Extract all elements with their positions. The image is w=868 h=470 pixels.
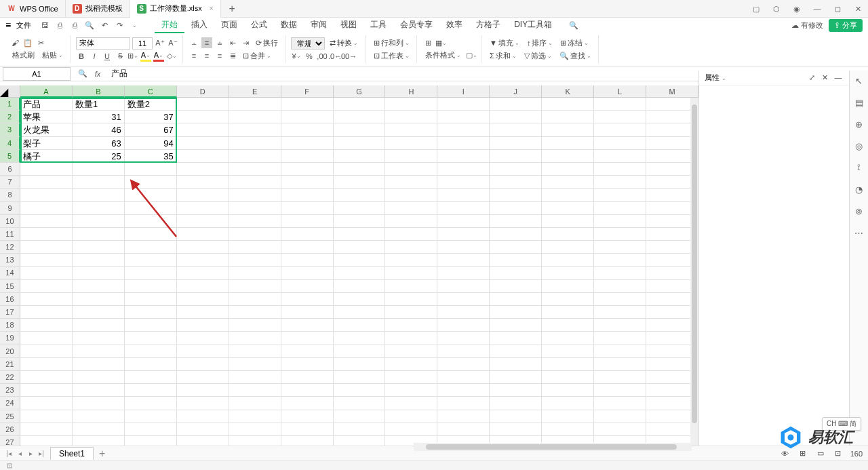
cell[interactable]: [385, 228, 437, 241]
print-icon[interactable]: ⎙: [68, 19, 81, 31]
find-button[interactable]: 🔍 查找⌄: [557, 50, 594, 62]
more-tool-icon[interactable]: ⋯: [853, 227, 865, 239]
cell[interactable]: [177, 423, 229, 436]
copy-icon[interactable]: 📋: [22, 37, 33, 48]
cell[interactable]: [385, 215, 437, 228]
tab-data[interactable]: 数据: [274, 18, 304, 33]
cell[interactable]: [229, 150, 281, 163]
fx-icon[interactable]: fx: [92, 68, 103, 79]
row-header[interactable]: 5: [0, 150, 20, 163]
row-header[interactable]: 18: [0, 319, 20, 332]
cell[interactable]: [20, 384, 73, 397]
cell[interactable]: [385, 371, 437, 384]
table-style-icon[interactable]: ⊞: [422, 37, 433, 48]
col-header-m[interactable]: M: [646, 85, 698, 98]
cell[interactable]: [20, 332, 73, 345]
cell[interactable]: [177, 98, 229, 111]
cell[interactable]: 数量2: [125, 98, 177, 111]
cell[interactable]: [334, 397, 386, 410]
row-header[interactable]: 8: [0, 189, 20, 201]
cell[interactable]: [490, 98, 542, 111]
cell[interactable]: [229, 98, 281, 111]
cell[interactable]: [20, 254, 73, 267]
tab-review[interactable]: 审阅: [304, 18, 334, 33]
row-header[interactable]: 3: [0, 123, 20, 136]
cell[interactable]: [334, 423, 386, 436]
cell[interactable]: [20, 319, 73, 332]
col-header-c[interactable]: C: [125, 85, 177, 98]
pin-icon[interactable]: ⤢: [807, 73, 818, 83]
cell[interactable]: [542, 189, 594, 201]
add-sheet-button[interactable]: +: [94, 448, 111, 460]
cell[interactable]: [542, 345, 594, 358]
cell[interactable]: [385, 423, 437, 436]
cell[interactable]: [125, 410, 177, 423]
cell[interactable]: [542, 202, 594, 215]
cell[interactable]: [437, 267, 490, 279]
cell[interactable]: [385, 176, 437, 189]
tab-start[interactable]: 开始: [155, 18, 184, 33]
cell[interactable]: [542, 163, 594, 176]
number-format-select[interactable]: 常规: [291, 37, 325, 50]
help-tool-icon[interactable]: ⊚: [853, 205, 865, 217]
cell[interactable]: [437, 163, 490, 176]
cell[interactable]: [73, 397, 125, 410]
cell[interactable]: [73, 384, 125, 397]
cell[interactable]: [229, 254, 281, 267]
cell[interactable]: [177, 384, 229, 397]
cell[interactable]: [177, 137, 229, 150]
panel-minimize-icon[interactable]: —: [833, 72, 844, 83]
cell[interactable]: [125, 280, 177, 293]
panel-close-icon[interactable]: ✕: [820, 73, 831, 83]
cell[interactable]: [229, 137, 281, 150]
cell[interactable]: [437, 202, 490, 215]
cell[interactable]: [594, 384, 646, 397]
cell[interactable]: [20, 228, 73, 241]
cell[interactable]: [334, 241, 386, 254]
cell[interactable]: [437, 423, 490, 436]
indent-decrease-icon[interactable]: ⇤: [227, 37, 238, 48]
cell[interactable]: [281, 306, 334, 319]
cell[interactable]: [281, 397, 334, 410]
cell[interactable]: [542, 137, 594, 150]
indent-increase-icon[interactable]: ⇥: [240, 37, 251, 48]
increase-decimal-icon[interactable]: .00→: [342, 51, 353, 62]
col-header-a[interactable]: A: [20, 85, 73, 98]
tab-member[interactable]: 会员专享: [393, 18, 439, 33]
cell[interactable]: [542, 150, 594, 163]
cell[interactable]: [334, 293, 386, 306]
cell[interactable]: [73, 189, 125, 201]
cell[interactable]: [594, 306, 646, 319]
format-table-icon[interactable]: ▢⌄: [466, 50, 477, 61]
row-header[interactable]: 11: [0, 228, 20, 241]
align-right-icon[interactable]: ≡: [214, 50, 225, 61]
underline-icon[interactable]: U: [102, 51, 113, 62]
cell[interactable]: [594, 358, 646, 371]
tab-tools[interactable]: 工具: [363, 18, 393, 33]
cell[interactable]: [437, 345, 490, 358]
user-icon[interactable]: ◉: [787, 0, 807, 18]
cell[interactable]: [542, 423, 594, 436]
cell[interactable]: [125, 371, 177, 384]
cell[interactable]: [281, 280, 334, 293]
cell[interactable]: [542, 397, 594, 410]
cell-style-icon[interactable]: ▦⌄: [435, 37, 446, 48]
align-center-icon[interactable]: ≡: [201, 50, 212, 61]
cell[interactable]: [542, 410, 594, 423]
undo-icon[interactable]: ↶: [98, 19, 111, 31]
row-header[interactable]: 9: [0, 202, 20, 215]
cell[interactable]: [20, 410, 73, 423]
format-painter-button[interactable]: 格式刷: [9, 50, 37, 61]
cell[interactable]: 37: [125, 111, 177, 123]
tab-close-icon[interactable]: ×: [210, 5, 214, 12]
cell[interactable]: [177, 176, 229, 189]
cell[interactable]: [594, 345, 646, 358]
qat-more-icon[interactable]: ⌄: [127, 19, 141, 31]
sheet-first-icon[interactable]: |◂: [4, 450, 14, 457]
cell[interactable]: [334, 176, 386, 189]
cell[interactable]: [73, 358, 125, 371]
cell[interactable]: [437, 306, 490, 319]
cell[interactable]: [594, 423, 646, 436]
cell[interactable]: [385, 98, 437, 111]
cell[interactable]: [334, 280, 386, 293]
